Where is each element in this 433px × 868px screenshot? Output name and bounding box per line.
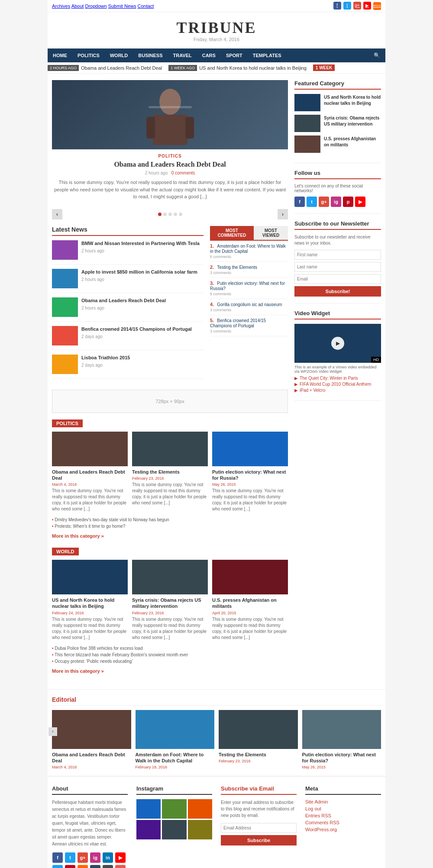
world-link-1[interactable]: Dubai Police fine 388 vehicles for exces…: [52, 645, 288, 652]
dot-2[interactable]: [163, 213, 167, 216]
footer-instagram-icon[interactable]: ig: [90, 852, 100, 863]
featured-thumb-syria: [294, 115, 320, 132]
footer-twitter-icon[interactable]: t: [65, 852, 75, 863]
meta-log-out[interactable]: Log out: [305, 806, 381, 811]
footer-pinterest-icon[interactable]: p: [65, 865, 75, 868]
featured-link-syria[interactable]: Syria crisis: Obama rejects US military …: [324, 116, 379, 126]
video-link-3[interactable]: ▶ iPad + Velcro: [294, 388, 381, 393]
news-item: BMW and Nissan Interested in Partnering …: [52, 240, 204, 265]
nav-business[interactable]: BUSINESS: [133, 48, 168, 62]
insta-thumb-1[interactable]: [136, 799, 161, 819]
meta-comments-rss[interactable]: Comments RSS: [305, 820, 381, 825]
post-date-korea: February 24, 2016: [52, 611, 128, 615]
search-icon[interactable]: 🔍: [368, 49, 385, 62]
most-viewed-tab[interactable]: MOST VIEWED: [254, 226, 288, 240]
footer-social-icons: f t g+ ig in ▶ vk p rss t @ +: [52, 852, 128, 868]
nav-cars[interactable]: CARS: [197, 48, 221, 62]
twitter-topbar-icon[interactable]: t: [343, 2, 351, 10]
politics-link-2[interactable]: Protests: When's it time to go home?: [52, 523, 288, 529]
slider-comments[interactable]: 0 comments: [171, 171, 195, 175]
dot-1[interactable]: [158, 213, 162, 216]
tabbed-widget: MOST COMMENTED MOST VIEWED 1. Amsterdam …: [210, 226, 288, 383]
nav-world[interactable]: WORLD: [105, 48, 133, 62]
footer-vk-icon[interactable]: vk: [52, 865, 63, 868]
newsletter-email-input[interactable]: [294, 274, 381, 284]
carousel-img-putin: [302, 710, 381, 749]
follow-instagram-icon[interactable]: ig: [331, 197, 341, 207]
tab-link-3[interactable]: Putin election victory: What next for Ru…: [210, 281, 285, 291]
insta-thumb-4[interactable]: [136, 820, 161, 839]
follow-facebook-icon[interactable]: f: [294, 197, 305, 207]
post-text-putin: This is some dummy copy. You're not real…: [212, 488, 288, 512]
footer-facebook-icon[interactable]: f: [52, 852, 63, 863]
nav-politics[interactable]: POLITICS: [72, 48, 105, 62]
politics-more-button[interactable]: More in this category »: [52, 533, 104, 539]
slider-next-button[interactable]: ›: [278, 209, 288, 219]
world-link-3[interactable]: Occupy protest: 'Public needs educating': [52, 658, 288, 665]
video-link-2[interactable]: ▶ FIFA World Cup 2010 Official Anthem: [294, 382, 381, 387]
dot-3[interactable]: [168, 213, 172, 216]
tab-link-5[interactable]: Benfica crowned 2014/15 Champions of Por…: [210, 318, 266, 328]
nav-travel[interactable]: TRAVEL: [168, 48, 197, 62]
featured-link-korea[interactable]: US and North Korea to hold nuclear talks…: [324, 95, 381, 106]
sidebar: Featured Category US and North Korea to …: [294, 80, 381, 683]
follow-pinterest-icon[interactable]: p: [343, 197, 353, 207]
news-time-apple: 2 hours ago: [81, 277, 104, 282]
post-title-afghanistan: U.S. presses Afghanistan on militants: [212, 597, 288, 610]
footer-rss-icon[interactable]: rss: [78, 865, 88, 868]
follow-twitter-icon[interactable]: t: [307, 197, 317, 207]
slider-title: Obama and Leaders Reach Debt Deal: [54, 161, 286, 168]
about-link[interactable]: About: [71, 3, 84, 9]
rss-topbar-icon[interactable]: RSS: [373, 2, 381, 10]
youtube-topbar-icon[interactable]: ▶: [363, 2, 371, 10]
dot-5[interactable]: [179, 213, 182, 216]
meta-site-admin[interactable]: Site Admin: [305, 799, 381, 804]
politics-posts-grid: Obama and Leaders Reach Debt Deal March …: [52, 432, 288, 513]
footer-email-input[interactable]: [221, 823, 297, 833]
video-link-1[interactable]: ▶ The Quiet City: Winter in Paris: [294, 376, 381, 381]
tab-link-1[interactable]: Amsterdam on Foot: Where to Walk in the …: [210, 244, 286, 254]
follow-googleplus-icon[interactable]: g+: [319, 197, 329, 207]
footer-email-icon[interactable]: @: [103, 865, 113, 868]
newsletter-firstname-input[interactable]: [294, 250, 381, 260]
newsletter-subscribe-button[interactable]: Subscribe!: [294, 286, 381, 297]
footer-subscribe-button[interactable]: Subscribe: [221, 835, 297, 845]
insta-thumb-2[interactable]: [162, 799, 186, 819]
dot-4[interactable]: [174, 213, 177, 216]
submit-news-link[interactable]: Submit News: [108, 3, 136, 9]
nav-sport[interactable]: SPORT: [221, 48, 248, 62]
world-more-button[interactable]: More in this category »: [52, 668, 104, 674]
carousel-prev-button[interactable]: ‹: [48, 727, 57, 736]
tab-link-4[interactable]: Gorilla congolium sic ad nauseum: [217, 302, 282, 307]
tab-item-3: 3. Putin election victory: What next for…: [210, 278, 288, 299]
archives-link[interactable]: Archives: [52, 3, 70, 9]
tab-link-2[interactable]: Testing the Elements: [217, 265, 257, 270]
contact-link[interactable]: Contact: [138, 3, 154, 9]
follow-youtube-icon[interactable]: ▶: [355, 197, 365, 207]
dropdown-link[interactable]: Dropdown: [85, 3, 107, 9]
meta-entries-rss[interactable]: Entries RSS: [305, 813, 381, 818]
footer-tumblr-icon[interactable]: t: [90, 865, 100, 868]
world-link-2[interactable]: This fierce blizzard has made February B…: [52, 652, 288, 658]
slider-prev-button[interactable]: ‹: [52, 209, 62, 219]
googleplus-topbar-icon[interactable]: g+: [353, 2, 361, 10]
insta-thumb-3[interactable]: [188, 799, 212, 819]
insta-thumb-6[interactable]: [188, 820, 212, 839]
post-img-obama: [52, 432, 128, 466]
footer-googleplus-icon[interactable]: g+: [78, 852, 88, 863]
carousel-title-putin: Putin election victory: What next for Ru…: [302, 752, 381, 764]
meta-wordpress[interactable]: WordPress.org: [305, 827, 381, 832]
insta-thumb-5[interactable]: [162, 820, 186, 839]
footer-youtube-icon[interactable]: ▶: [115, 852, 126, 863]
featured-link-afghanistan[interactable]: U.S. presses Afghanistan on militants: [324, 136, 376, 147]
news-info-obama: Obama and Leaders Reach Debt Deal 2 hour…: [81, 297, 166, 317]
politics-link-1[interactable]: Dmitry Medvedev's two-day state visit to…: [52, 516, 288, 523]
footer-extra-icon[interactable]: +: [115, 865, 126, 868]
newsletter-lastname-input[interactable]: [294, 262, 381, 272]
facebook-topbar-icon[interactable]: f: [333, 2, 341, 10]
footer-linkedin-icon[interactable]: in: [103, 852, 113, 863]
nav-home[interactable]: HOME: [48, 48, 72, 62]
most-commented-tab[interactable]: MOST COMMENTED: [210, 226, 254, 240]
video-play-button[interactable]: ▶: [331, 337, 344, 350]
nav-templates[interactable]: TEMPLATES: [248, 48, 287, 62]
